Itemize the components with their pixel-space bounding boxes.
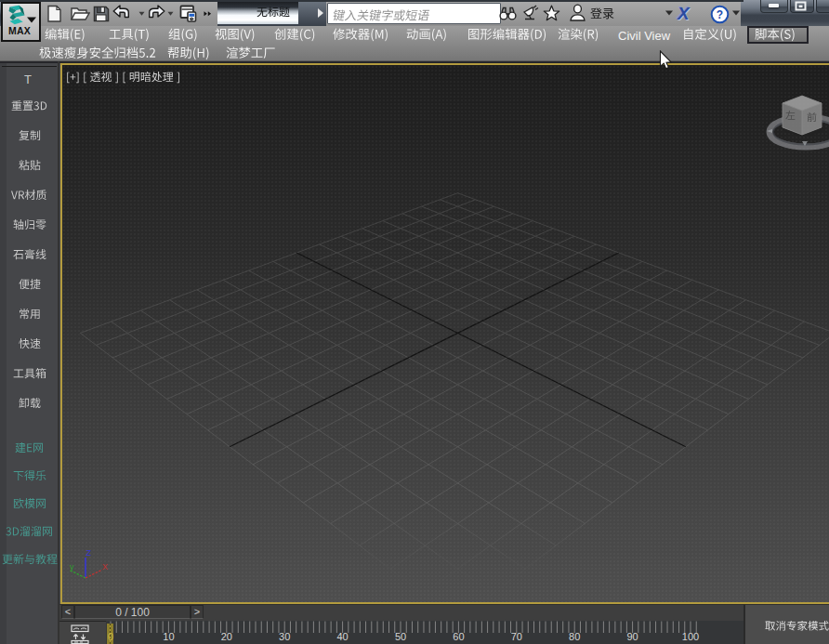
svg-text:y: y (70, 562, 74, 572)
svg-text:X: X (102, 562, 108, 572)
svg-text:Z: Z (86, 548, 92, 558)
svg-text:?: ? (717, 8, 723, 21)
